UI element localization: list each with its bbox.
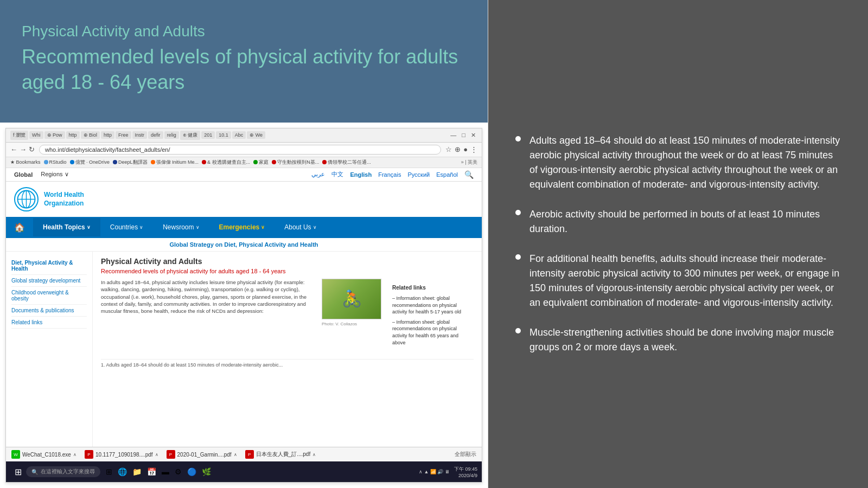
download-label: 10.1177_1090198....pdf <box>95 452 153 458</box>
lang-english[interactable]: English <box>350 171 372 178</box>
related-link-2[interactable]: Information sheet: global recommendation… <box>392 319 468 346</box>
bullet-dot <box>515 328 521 333</box>
chevron-down-icon[interactable]: ∧ <box>155 452 158 457</box>
browser-tab[interactable]: ⊕ Biol <box>81 131 100 139</box>
bookmark-extra[interactable]: 僑領學校二等任通... <box>322 159 371 166</box>
who-logo-text: World Health Organization <box>44 190 84 209</box>
lang-chinese[interactable]: 中文 <box>331 170 343 178</box>
translate-icon[interactable]: ⊕ <box>455 145 461 153</box>
sidebar-link-global[interactable]: Global strategy development <box>11 275 87 287</box>
hero-title: Physical Activity and Adults <box>22 22 466 41</box>
taskbar-icon-app3[interactable]: 🌿 <box>202 467 211 476</box>
chevron-down-icon[interactable]: ∧ <box>312 452 316 457</box>
menu-icon[interactable]: ⋮ <box>470 145 477 153</box>
browser-tab[interactable]: Whi <box>29 131 43 139</box>
nav-home-button[interactable]: 🏠 <box>6 217 33 238</box>
minimize-button[interactable]: — <box>449 132 458 139</box>
browser-tab[interactable]: ⊕ 健康 <box>180 131 201 140</box>
browser-tab[interactable]: http <box>101 131 114 139</box>
profile-icon[interactable]: ● <box>463 145 468 153</box>
bookmarks-label: ★ Bookmarks <box>10 159 41 165</box>
forward-button[interactable]: → <box>20 145 27 153</box>
browser-tab[interactable]: http <box>66 131 80 139</box>
all-show-button[interactable]: 全部顯示 <box>455 451 476 458</box>
taskbar-icon-app1[interactable]: ⚙ <box>175 467 182 476</box>
sidebar-link-obesity[interactable]: Childhood overweight & obesity <box>11 287 87 305</box>
browser-tab[interactable]: relig <box>164 131 179 139</box>
browser-tab[interactable]: 201 <box>201 131 215 139</box>
nav-health-topics[interactable]: Health Topics ∨ <box>33 218 100 236</box>
browser-tab[interactable]: ⊕ We <box>247 131 265 139</box>
bookmark-deepl[interactable]: DeepL翻譯器 <box>113 159 148 166</box>
browser-tab[interactable]: f 瀏覽 <box>10 131 28 140</box>
download-pdf3[interactable]: P 日本生友人費_訂....pdf ∧ <box>245 450 316 459</box>
regions-link[interactable]: Regions ∨ <box>41 171 68 178</box>
refresh-button[interactable]: ↻ <box>29 145 35 153</box>
taskbar-icon-windows[interactable]: ⊞ <box>106 467 112 476</box>
download-wechat[interactable]: W WeChat_C1018.exe ∧ <box>11 450 76 459</box>
bookmark-study[interactable]: 守生動按模到N基... <box>272 159 319 166</box>
chevron-down-icon: ∨ <box>261 224 265 230</box>
nav-countries[interactable]: Countries ∨ <box>100 218 153 236</box>
browser-tab[interactable]: Free <box>116 131 131 139</box>
pdf-icon: P <box>167 450 175 459</box>
taskbar-icon-browser[interactable]: 🌐 <box>118 467 127 476</box>
left-panel: Physical Activity and Adults Recommended… <box>0 0 488 488</box>
taskbar-icon-dark[interactable]: ▬ <box>162 467 169 476</box>
taskbar-sys-icons: ∧ ▲ 📶 🔊 🖥 <box>419 469 450 474</box>
bookmark-rstudio[interactable]: RStudio <box>44 159 67 165</box>
lang-russian[interactable]: Русский <box>407 171 430 178</box>
browser-tab[interactable]: Abc <box>232 131 246 139</box>
hero-subtitle: Recommended levels of physical activity … <box>22 44 466 95</box>
lang-french[interactable]: Français <box>378 171 401 178</box>
who-logo-icon <box>14 187 39 211</box>
bullet-item-2: Aerobic activity should be performed in … <box>515 207 841 236</box>
related-link-1[interactable]: Information sheet: global recommendation… <box>392 295 468 316</box>
taskbar-icon-app2[interactable]: 🔵 <box>187 467 196 476</box>
maximize-button[interactable]: □ <box>460 132 467 139</box>
lang-spanish[interactable]: Español <box>436 171 458 178</box>
nav-newsroom[interactable]: Newsroom ∨ <box>153 218 209 236</box>
bookmarks-more[interactable]: » | 英美 <box>461 159 477 166</box>
start-button[interactable]: ⊞ <box>10 467 26 477</box>
star-icon[interactable]: ☆ <box>445 145 452 153</box>
lang-arabic[interactable]: عربي <box>311 171 325 178</box>
nav-emergencies[interactable]: Emergencies ∨ <box>209 218 275 236</box>
bookmark-onedrive[interactable]: 億覽 · OneDrive <box>70 159 110 166</box>
bookmark-school[interactable]: & 校透購健查自主... <box>202 159 250 166</box>
sidebar-link-related[interactable]: Related links <box>11 317 87 329</box>
bullet-dot <box>515 254 521 260</box>
bullet-text-4: Muscle-strengthening activities should b… <box>529 325 841 355</box>
global-link[interactable]: Global <box>14 171 33 178</box>
search-icon[interactable]: 🔍 <box>464 170 474 179</box>
download-pdf2[interactable]: P 2020-01_Garmin....pdf ∧ <box>167 450 237 459</box>
taskbar-icon-folder[interactable]: 📁 <box>132 467 142 476</box>
search-icon: 🔍 <box>31 469 38 475</box>
pdf-icon: P <box>85 450 93 459</box>
bookmark-initium[interactable]: 張偉偉 Initium Me... <box>151 159 199 166</box>
bookmark-home[interactable]: 家庭 <box>253 159 269 166</box>
bullet-text-3: For additional health benefits, adults s… <box>529 252 841 310</box>
taskbar-time: 下午 09:45 2020/4/9 <box>454 466 477 478</box>
address-input[interactable] <box>39 145 441 155</box>
nav-about-us[interactable]: About Us ∨ <box>275 218 326 236</box>
close-button[interactable]: ✕ <box>469 132 477 139</box>
sidebar-link-docs[interactable]: Documents & publications <box>11 305 87 317</box>
who-sidebar: Diet, Physical Activity & Health Global … <box>6 252 93 447</box>
sidebar-link-diet[interactable]: Diet, Physical Activity & Health <box>11 257 87 275</box>
browser-tab[interactable]: 10.1 <box>216 131 231 139</box>
download-pdf1[interactable]: P 10.1177_1090198....pdf ∧ <box>85 450 158 459</box>
browser-tab[interactable]: defir <box>148 131 163 139</box>
browser-tab[interactable]: ⊕ Pow <box>44 131 65 139</box>
chevron-down-icon[interactable]: ∧ <box>234 452 237 457</box>
article-body: In adults aged 18–64, physical activity … <box>101 279 474 355</box>
browser-tab[interactable]: Instr <box>132 131 148 139</box>
article-text: In adults aged 18–64, physical activity … <box>101 279 316 355</box>
breadcrumb: Global Strategy on Diet, Physical Activi… <box>6 238 482 252</box>
chevron-down-icon: ∨ <box>313 224 317 230</box>
taskbar-search[interactable]: 🔍 在這裡輸入文字來搜尋 <box>26 466 100 477</box>
taskbar-icon-calendar[interactable]: 📅 <box>147 467 156 476</box>
back-button[interactable]: ← <box>10 145 17 153</box>
pdf-icon: P <box>245 450 254 459</box>
chevron-down-icon[interactable]: ∧ <box>73 452 76 457</box>
